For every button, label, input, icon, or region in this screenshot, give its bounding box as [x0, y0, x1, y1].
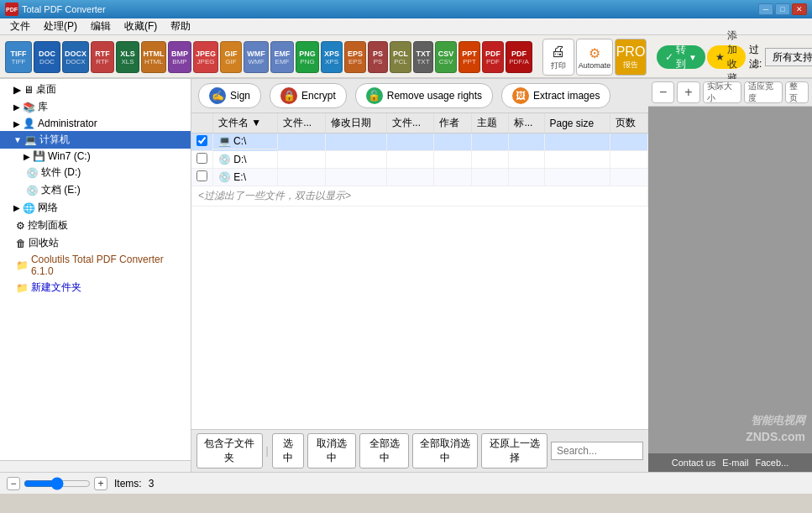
- drive-icon: 💻: [218, 135, 231, 147]
- select-button[interactable]: 选中: [272, 433, 304, 469]
- search-input[interactable]: [551, 442, 643, 460]
- tree-item-e-drive[interactable]: 💿 文档 (E:): [0, 181, 191, 199]
- format-tiff[interactable]: TIFF TIFF: [5, 41, 32, 73]
- goto-label: 转到: [676, 43, 686, 71]
- col-filename[interactable]: 文件名 ▼: [213, 113, 278, 133]
- close-button[interactable]: ✕: [792, 3, 807, 15]
- format-pdf[interactable]: PDF PDF: [482, 41, 504, 73]
- fit-width-button[interactable]: 适应宽度: [744, 81, 783, 103]
- title-text: Total PDF Converter: [22, 4, 758, 14]
- print-label: 打印: [551, 60, 566, 71]
- format-ppt[interactable]: PPT PPT: [458, 41, 480, 73]
- zoom-slider[interactable]: [24, 478, 91, 489]
- col-author[interactable]: 作者: [434, 113, 471, 133]
- menu-process[interactable]: 处理(P): [37, 18, 84, 35]
- row-checkbox[interactable]: [196, 135, 207, 146]
- col-subject[interactable]: 主题: [471, 113, 508, 133]
- automate-label: Automate: [579, 61, 611, 70]
- format-gif[interactable]: GIF GIF: [220, 41, 242, 73]
- col-filesize2[interactable]: 文件...: [386, 113, 434, 133]
- extract-images-button[interactable]: 🖼 Extract images: [501, 83, 610, 108]
- tree-item-control-panel[interactable]: ⚙ 控制面板: [0, 217, 191, 234]
- restore-selection-button[interactable]: 还原上一选择: [481, 433, 547, 469]
- email-link[interactable]: E-mail: [722, 458, 748, 468]
- print-button[interactable]: 🖨 打印: [542, 39, 574, 76]
- format-xls[interactable]: XLS XLS: [116, 41, 139, 73]
- table-row[interactable]: 💿 E:\: [191, 169, 648, 186]
- format-rtf[interactable]: RTF RTF: [91, 41, 114, 73]
- fit-page-button[interactable]: 整页: [785, 81, 809, 103]
- filter-select[interactable]: 所有支持的文件: [765, 48, 812, 66]
- zoom-in-button[interactable]: +: [677, 81, 699, 103]
- items-label: Items:: [114, 478, 142, 489]
- deselect-button[interactable]: 取消选中: [307, 433, 356, 469]
- format-png[interactable]: PNG PNG: [296, 41, 319, 73]
- items-count: 3: [149, 478, 155, 489]
- facebook-link[interactable]: Faceb...: [756, 458, 789, 468]
- zoom-out-button[interactable]: −: [652, 81, 674, 103]
- contact-us[interactable]: Contact us: [672, 458, 716, 468]
- menu-edit[interactable]: 编辑: [84, 18, 118, 35]
- zoom-in-status-button[interactable]: +: [94, 477, 107, 490]
- format-html[interactable]: HTML HTML: [141, 41, 166, 73]
- tree-item-desktop[interactable]: ▶ 🖥 桌面: [0, 81, 191, 98]
- sign-button[interactable]: ✍ Sign: [198, 83, 261, 108]
- tree-item-library[interactable]: ▶ 📚 库: [0, 98, 191, 116]
- format-emf[interactable]: EMF EMF: [270, 41, 294, 73]
- report-button[interactable]: PRO 报告: [615, 39, 647, 76]
- filter-area: 过滤: 所有支持的文件: [749, 43, 812, 71]
- extract-images-icon: 🖼: [512, 87, 529, 104]
- col-pages[interactable]: 页数: [610, 113, 648, 133]
- tree-item-network[interactable]: ▶ 🌐 网络: [0, 199, 191, 217]
- automate-button[interactable]: ⚙ Automate: [576, 39, 613, 76]
- drive-icon: 💿: [218, 171, 231, 183]
- add-favorite-button[interactable]: ★ 添加收藏: [707, 45, 746, 69]
- deselect-all-button[interactable]: 全部取消选中: [412, 433, 479, 469]
- drive-icon: 💿: [218, 154, 231, 165]
- format-eps[interactable]: EPS EPS: [344, 41, 366, 73]
- tree-item-admin[interactable]: ▶ 👤 Administrator: [0, 116, 191, 131]
- tree-item-recycle[interactable]: 🗑 回收站: [0, 234, 191, 252]
- tree-item-new-folder[interactable]: 📁 新建文件夹: [0, 279, 191, 296]
- format-txt[interactable]: TXT TXT: [413, 41, 433, 73]
- row-checkbox[interactable]: [196, 170, 207, 181]
- col-tag[interactable]: 标...: [509, 113, 544, 133]
- format-docx[interactable]: DOCX DOCX: [62, 41, 89, 73]
- col-filesize[interactable]: 文件...: [278, 113, 326, 133]
- select-all-button[interactable]: 全部选中: [359, 433, 408, 469]
- subfolder-button[interactable]: 包含子文件夹: [196, 433, 263, 469]
- maximize-button[interactable]: □: [775, 3, 790, 15]
- tree-item-coolutils[interactable]: 📁 Coolutils Total PDF Converter 6.1.0: [0, 252, 191, 279]
- preview-area: 智能电视网 ZNDS.com: [648, 107, 812, 453]
- table-row[interactable]: 💻 C:\: [191, 133, 648, 151]
- format-xps[interactable]: XPS XPS: [321, 41, 343, 73]
- format-ps[interactable]: PS PS: [368, 41, 388, 73]
- format-pcl[interactable]: PCL PCL: [390, 41, 411, 73]
- format-pdfa[interactable]: PDF PDF/A: [506, 41, 532, 73]
- menu-file[interactable]: 文件: [3, 18, 37, 35]
- actual-size-button[interactable]: 实际大小: [703, 81, 741, 103]
- format-wmf[interactable]: WMF WMF: [244, 41, 269, 73]
- col-pagesize[interactable]: Page size: [544, 113, 610, 133]
- row-checkbox[interactable]: [196, 153, 207, 164]
- tree-item-c-drive[interactable]: ▶ 💾 Win7 (C:): [0, 149, 191, 164]
- remove-rights-label: Remove usage rights: [387, 90, 482, 102]
- table-row[interactable]: 💿 D:\: [191, 151, 648, 169]
- minimize-button[interactable]: ─: [758, 3, 773, 15]
- tree-scrollbar[interactable]: [0, 460, 191, 472]
- tree-item-computer[interactable]: ▼ 💻 计算机: [0, 131, 191, 149]
- zoom-out-status-button[interactable]: −: [7, 477, 20, 490]
- sign-icon: ✍: [209, 87, 226, 104]
- col-modified[interactable]: 修改日期: [325, 113, 386, 133]
- format-bmp[interactable]: BMP BMP: [168, 41, 191, 73]
- extract-images-label: Extract images: [533, 90, 600, 102]
- encrypt-button[interactable]: 🔒 Encrypt: [270, 83, 347, 108]
- format-jpeg[interactable]: JPEG JPEG: [193, 41, 218, 73]
- format-doc[interactable]: DOC DOC: [34, 41, 60, 73]
- format-csv[interactable]: CSV CSV: [435, 41, 457, 73]
- goto-button[interactable]: ✓ 转到 ▼: [657, 45, 705, 69]
- menu-favorites[interactable]: 收藏(F): [118, 18, 164, 35]
- tree-item-d-drive[interactable]: 💿 软件 (D:): [0, 164, 191, 181]
- remove-rights-button[interactable]: 🔓 Remove usage rights: [355, 83, 493, 108]
- menu-help[interactable]: 帮助: [164, 18, 197, 35]
